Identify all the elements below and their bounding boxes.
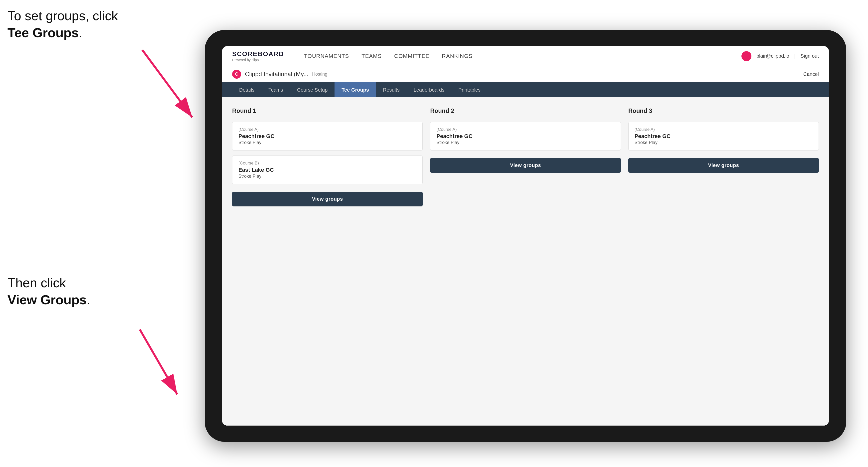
round-3-column: Round 3 (Course A) Peachtree GC Stroke P…	[628, 107, 819, 415]
separator: |	[794, 53, 795, 59]
round-3-view-groups-button[interactable]: View groups	[628, 158, 819, 173]
instruction-bottom: Then click View Groups.	[7, 275, 90, 308]
tab-course-setup[interactable]: Course Setup	[290, 82, 335, 97]
tournament-name: C Clippd Invitational (My... Hosting	[232, 70, 327, 79]
nav-committee[interactable]: COMMITTEE	[394, 53, 429, 59]
round-2-view-groups-button[interactable]: View groups	[430, 158, 621, 173]
round-1-course-b-name: East Lake GC	[239, 167, 416, 173]
round-1-view-groups-button[interactable]: View groups	[232, 192, 423, 207]
tab-teams[interactable]: Teams	[261, 82, 290, 97]
round-3-course-a-label: (Course A)	[634, 127, 813, 132]
nav-teams[interactable]: TEAMS	[362, 53, 382, 59]
logo-sub: Powered by clippit	[232, 58, 284, 62]
round-3-title: Round 3	[628, 107, 819, 114]
round-1-column: Round 1 (Course A) Peachtree GC Stroke P…	[232, 107, 423, 415]
round-1-course-a-card: (Course A) Peachtree GC Stroke Play	[232, 122, 423, 151]
round-1-course-a-type: Stroke Play	[239, 140, 416, 145]
svg-line-3	[140, 330, 177, 394]
round-3-course-a-name: Peachtree GC	[634, 133, 813, 139]
nav-tournaments[interactable]: TOURNAMENTS	[304, 53, 349, 59]
round-3-course-a-type: Stroke Play	[634, 140, 813, 145]
user-avatar	[741, 51, 751, 61]
logo-text: SCOREBOARD	[232, 50, 284, 58]
round-1-course-a-label: (Course A)	[239, 127, 416, 132]
tablet-frame: SCOREBOARD Powered by clippit TOURNAMENT…	[205, 30, 846, 442]
nav-links: TOURNAMENTS TEAMS COMMITTEE RANKINGS	[304, 53, 726, 59]
round-1-course-b-type: Stroke Play	[239, 174, 416, 179]
tab-leaderboards[interactable]: Leaderboards	[407, 82, 451, 97]
tab-printables[interactable]: Printables	[451, 82, 488, 97]
logo-area: SCOREBOARD Powered by clippit	[232, 50, 284, 62]
round-2-course-a-name: Peachtree GC	[436, 133, 614, 139]
main-content: Round 1 (Course A) Peachtree GC Stroke P…	[222, 97, 829, 426]
tournament-icon: C	[232, 70, 241, 79]
round-2-title: Round 2	[430, 107, 621, 114]
round-2-course-a-type: Stroke Play	[436, 140, 614, 145]
user-email: blair@clippd.io	[756, 53, 789, 59]
hosting-badge: Hosting	[312, 72, 327, 77]
round-1-course-b-label: (Course B)	[239, 161, 416, 166]
view-groups-arrow	[70, 310, 195, 409]
tab-results[interactable]: Results	[376, 82, 407, 97]
tab-details[interactable]: Details	[232, 82, 261, 97]
round-2-course-a-card: (Course A) Peachtree GC Stroke Play	[430, 122, 621, 151]
svg-line-1	[142, 50, 192, 117]
tournament-bar: C Clippd Invitational (My... Hosting Can…	[222, 66, 829, 82]
tab-bar: Details Teams Course Setup Tee Groups Re…	[222, 82, 829, 97]
tournament-title: Clippd Invitational (My...	[245, 71, 308, 77]
tablet-screen: SCOREBOARD Powered by clippit TOURNAMENT…	[222, 46, 829, 426]
nav-right: blair@clippd.io | Sign out	[741, 51, 819, 61]
round-1-course-a-name: Peachtree GC	[239, 133, 416, 139]
tab-tee-groups[interactable]: Tee Groups	[335, 82, 376, 97]
nav-rankings[interactable]: RANKINGS	[442, 53, 472, 59]
round-2-column: Round 2 (Course A) Peachtree GC Stroke P…	[430, 107, 621, 415]
round-3-course-a-card: (Course A) Peachtree GC Stroke Play	[628, 122, 819, 151]
cancel-button[interactable]: Cancel	[803, 71, 819, 77]
round-2-course-a-label: (Course A)	[436, 127, 614, 132]
round-1-title: Round 1	[232, 107, 423, 114]
sign-out-link[interactable]: Sign out	[801, 53, 819, 59]
round-1-course-b-card: (Course B) East Lake GC Stroke Play	[232, 156, 423, 184]
nav-bar: SCOREBOARD Powered by clippit TOURNAMENT…	[222, 46, 829, 66]
